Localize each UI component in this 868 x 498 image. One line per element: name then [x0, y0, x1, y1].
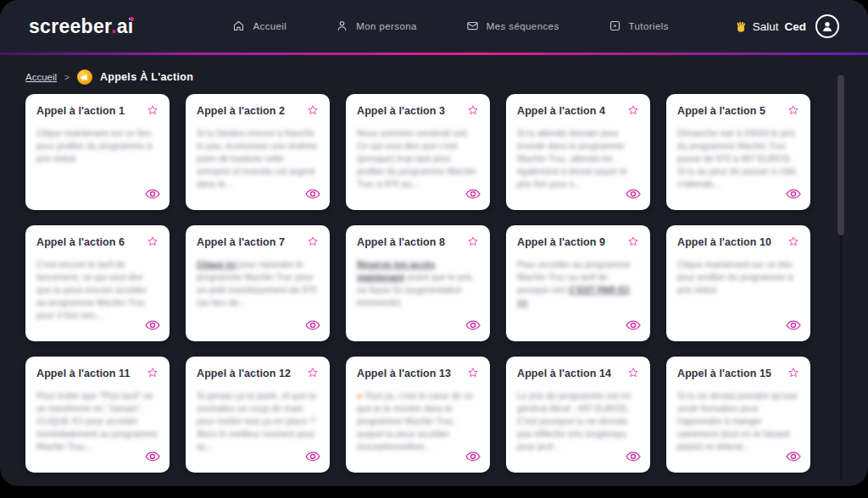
nav-item-accueil[interactable]: Accueil [232, 19, 287, 34]
logo-main: screeber [29, 15, 111, 37]
card-body-preview: Clique ici pour rejoindre le programme M… [197, 258, 319, 309]
play-icon [609, 19, 621, 34]
card-title: Appel à l'action 7 [197, 236, 285, 248]
card-title: Appel à l'action 6 [36, 236, 125, 248]
cta-card[interactable]: Appel à l'action 15 Si tu ne devais pren… [666, 357, 810, 473]
card-body-segment: Si tu hésites encore à franchir le pas, … [197, 128, 317, 189]
megaphone-icon [77, 69, 92, 85]
card-header: Appel à l'action 10 [677, 236, 799, 251]
logo-suffix: ai [117, 15, 134, 37]
cta-card[interactable]: Appel à l'action 11 Pour éviter que "Plu… [25, 357, 170, 473]
user-greeting[interactable]: Salut Ced [734, 14, 839, 38]
card-body-preview: Réserve ton accès maintenant avant que l… [357, 258, 479, 309]
card-title: Appel à l'action 3 [357, 105, 445, 117]
card-body-preview: Clique maintenant sur ce lien pour profi… [677, 258, 799, 296]
scrollbar-track[interactable] [837, 73, 844, 479]
card-body-preview: ● Tout ça, c'est le cœur de ce que je te… [357, 390, 479, 453]
card-header: Appel à l'action 13 [357, 368, 479, 382]
eye-icon[interactable] [626, 188, 641, 203]
cards-grid: Appel à l'action 1 Clique maintenant sur… [0, 86, 868, 473]
card-header: Appel à l'action 3 [357, 105, 479, 119]
eye-icon[interactable] [786, 451, 801, 466]
star-icon[interactable] [467, 235, 479, 251]
eye-icon[interactable] [786, 188, 801, 203]
star-icon[interactable] [307, 367, 319, 382]
star-icon[interactable] [307, 104, 319, 119]
card-header: Appel à l'action 11 [36, 368, 159, 382]
star-icon[interactable] [467, 104, 479, 119]
star-icon[interactable] [787, 367, 799, 382]
nav-label: Tutoriels [629, 21, 669, 31]
star-icon[interactable] [787, 104, 799, 119]
card-title: Appel à l'action 5 [677, 105, 765, 117]
card-header: Appel à l'action 5 [677, 105, 799, 119]
app-logo[interactable]: screeber.ai [29, 15, 134, 38]
cta-card[interactable]: Appel à l'action 3 Nous sommes vendredi … [346, 94, 490, 210]
eye-icon[interactable] [305, 188, 320, 203]
star-icon[interactable] [467, 367, 479, 382]
card-body-segment: Le prix du programme est en général élev… [517, 390, 631, 451]
cta-card[interactable]: Appel à l'action 9 Pour accéder au progr… [506, 225, 650, 341]
nav-item-mes-sequences[interactable]: Mes séquences [466, 19, 559, 34]
card-body-segment: Dimanche soir à 23h59 le prix du program… [677, 128, 798, 189]
card-body-segment: Si jamais ça te parle, et que tu souhait… [197, 390, 316, 451]
logo-dot: . [111, 15, 117, 37]
cta-card[interactable]: Appel à l'action 6 C'est encore le tarif… [25, 225, 170, 341]
cta-card[interactable]: Appel à l'action 5 Dimanche soir à 23h59… [666, 94, 810, 210]
eye-icon[interactable] [145, 451, 160, 466]
star-icon[interactable] [147, 235, 159, 251]
card-body-segment: Clique ici [197, 259, 236, 269]
card-title: Appel à l'action 11 [36, 368, 130, 379]
star-icon[interactable] [627, 367, 639, 382]
card-header: Appel à l'action 12 [197, 368, 319, 382]
eye-icon[interactable] [465, 188, 481, 203]
card-header: Appel à l'action 6 [36, 236, 159, 251]
star-icon[interactable] [787, 235, 799, 251]
card-title: Appel à l'action 8 [357, 236, 445, 248]
cta-card[interactable]: Appel à l'action 12 Si jamais ça te parl… [186, 357, 330, 473]
greeting-text: Salut [753, 20, 779, 33]
card-title: Appel à l'action 4 [517, 105, 605, 117]
home-icon [232, 19, 245, 34]
eye-icon[interactable] [305, 451, 320, 466]
cta-card[interactable]: Appel à l'action 14 Le prix du programme… [506, 357, 650, 473]
eye-icon[interactable] [626, 319, 641, 335]
star-icon[interactable] [627, 235, 639, 251]
breadcrumb-home-link[interactable]: Accueil [25, 72, 57, 82]
cta-card[interactable]: Appel à l'action 10 Clique maintenant su… [666, 225, 810, 341]
eye-icon[interactable] [145, 188, 160, 203]
cta-card[interactable]: Appel à l'action 13 ● Tout ça, c'est le … [346, 357, 490, 473]
main-nav: Accueil Mon persona Mes séquences Tutori… [168, 19, 734, 34]
avatar[interactable] [815, 14, 839, 38]
waving-hand-icon [734, 20, 747, 33]
card-body-segment: Si tu attends demain pour investir dans … [517, 128, 627, 189]
nav-item-tutoriels[interactable]: Tutoriels [609, 19, 669, 34]
cta-card[interactable]: Appel à l'action 8 Réserve ton accès mai… [346, 225, 490, 341]
app-window: screeber.ai Accueil Mon persona Mes séqu… [0, 0, 868, 486]
star-icon[interactable] [627, 104, 639, 119]
eye-icon[interactable] [305, 319, 320, 335]
star-icon[interactable] [147, 367, 159, 382]
star-icon[interactable] [147, 104, 159, 119]
cta-card[interactable]: Appel à l'action 2 Si tu hésites encore … [186, 94, 330, 210]
star-icon[interactable] [307, 235, 319, 251]
card-header: Appel à l'action 8 [357, 236, 479, 251]
eye-icon[interactable] [786, 319, 801, 335]
eye-icon[interactable] [145, 319, 160, 335]
card-body-preview: Clique maintenant sur ce lien pour profi… [36, 127, 159, 165]
card-body-segment: Clique maintenant sur ce lien pour profi… [677, 259, 793, 295]
eye-icon[interactable] [626, 451, 641, 466]
top-navigation-bar: screeber.ai Accueil Mon persona Mes séqu… [0, 0, 868, 53]
cta-card[interactable]: Appel à l'action 1 Clique maintenant sur… [25, 94, 170, 210]
cta-card[interactable]: Appel à l'action 4 Si tu attends demain … [506, 94, 650, 210]
breadcrumb: Accueil > Appels À L'action [0, 55, 868, 86]
card-body-segment: Clique maintenant sur ce lien pour profi… [36, 128, 153, 163]
card-body-preview: C'est encore le tarif de lancement, ce q… [36, 258, 159, 322]
cta-card[interactable]: Appel à l'action 7 Clique ici pour rejoi… [186, 225, 330, 341]
eye-icon[interactable] [465, 319, 481, 335]
card-body-preview: Dimanche soir à 23h59 le prix du program… [677, 127, 799, 191]
nav-item-mon-persona[interactable]: Mon persona [336, 19, 417, 34]
eye-icon[interactable] [465, 451, 481, 466]
card-title: Appel à l'action 13 [357, 368, 451, 379]
scrollbar-thumb[interactable] [837, 75, 844, 235]
